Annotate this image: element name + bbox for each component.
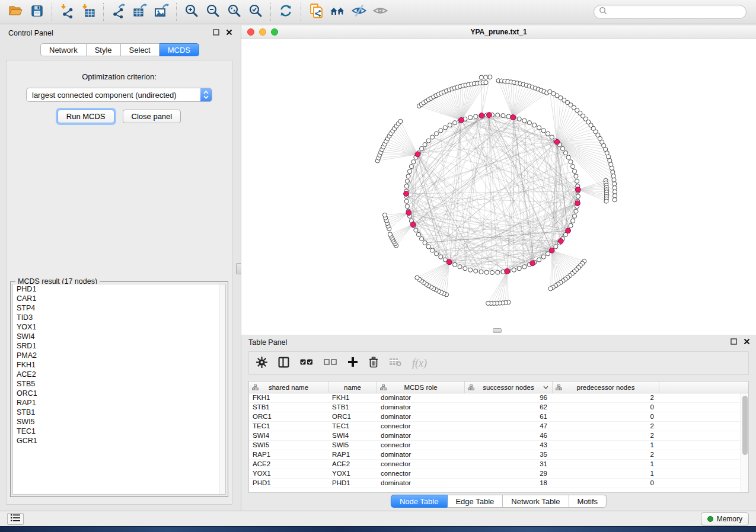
mcds-result-item[interactable]: SWI4 xyxy=(13,332,225,341)
mcds-result-item[interactable]: PMA2 xyxy=(13,351,225,360)
cell-shared-name[interactable]: SWI5 xyxy=(249,441,328,450)
zoom-selected-button[interactable] xyxy=(245,2,266,22)
float-panel-icon[interactable] xyxy=(213,29,219,37)
cell-shared-name[interactable]: RAP1 xyxy=(249,450,328,459)
table-row-SWI4[interactable]: SWI4SWI4dominator462 xyxy=(249,431,748,441)
cell-name[interactable]: ACE2 xyxy=(328,460,377,469)
search-box[interactable] xyxy=(594,5,747,19)
close-panel-icon[interactable] xyxy=(226,29,232,37)
show-all-button[interactable] xyxy=(369,2,391,22)
cell-mcds-role[interactable]: dominator xyxy=(377,431,465,440)
zoom-fit-button[interactable] xyxy=(224,2,245,22)
mcds-result-item[interactable]: SRD1 xyxy=(13,341,225,351)
cell-successor-nodes[interactable]: 29 xyxy=(465,469,553,478)
cell-successor-nodes[interactable]: 31 xyxy=(465,460,553,469)
cell-mcds-role[interactable]: connector xyxy=(377,422,465,431)
cell-mcds-role[interactable]: connector xyxy=(377,460,465,469)
tab-edge-table[interactable]: Edge Table xyxy=(447,495,503,508)
table-row-ORC1[interactable]: ORC1ORC1dominator610 xyxy=(249,412,748,422)
tab-select[interactable]: Select xyxy=(121,43,160,56)
network-canvas[interactable] xyxy=(241,39,755,334)
table-row-SWI5[interactable]: SWI5SWI5connector431 xyxy=(249,441,748,450)
open-file-button[interactable] xyxy=(5,2,26,22)
mcds-result-item[interactable]: FKH1 xyxy=(13,360,225,370)
cell-mcds-role[interactable]: connector xyxy=(377,441,465,450)
cell-predecessor-nodes[interactable]: 1 xyxy=(553,460,659,469)
save-session-button[interactable] xyxy=(26,2,47,22)
mcds-result-item[interactable]: STP4 xyxy=(13,303,225,313)
zoom-out-button[interactable] xyxy=(202,2,224,22)
cell-successor-nodes[interactable]: 18 xyxy=(465,479,553,488)
cell-predecessor-nodes[interactable]: 0 xyxy=(553,412,659,421)
cell-shared-name[interactable]: PHD1 xyxy=(249,479,328,488)
cell-name[interactable]: SWI5 xyxy=(328,441,377,450)
cell-shared-name[interactable]: STB1 xyxy=(249,403,328,412)
table-row-FKH1[interactable]: FKH1FKH1dominator962 xyxy=(249,393,748,403)
float-panel-icon[interactable] xyxy=(731,338,737,347)
column-header-name[interactable]: name xyxy=(328,382,377,393)
cell-successor-nodes[interactable]: 47 xyxy=(465,422,553,431)
select-all-icon[interactable] xyxy=(300,358,313,368)
table-scrollbar[interactable] xyxy=(741,393,748,492)
cell-name[interactable]: FKH1 xyxy=(328,393,377,402)
hide-selected-button[interactable] xyxy=(348,2,369,22)
cell-shared-name[interactable]: FKH1 xyxy=(249,393,328,402)
refresh-button[interactable] xyxy=(275,2,296,22)
cell-successor-nodes[interactable]: 96 xyxy=(465,393,553,402)
table-settings-icon[interactable] xyxy=(256,357,267,370)
mcds-result-item[interactable]: SWI5 xyxy=(13,417,225,427)
cell-successor-nodes[interactable]: 62 xyxy=(465,403,553,412)
tab-node-table[interactable]: Node Table xyxy=(391,495,448,508)
search-input[interactable] xyxy=(607,8,741,16)
export-network-button[interactable] xyxy=(108,2,129,22)
column-header-predecessor-nodes[interactable]: predecessor nodes xyxy=(553,382,659,393)
memory-button[interactable]: Memory xyxy=(701,512,749,525)
mcds-list-scrollbar[interactable] xyxy=(219,284,225,494)
mcds-result-item[interactable]: STB1 xyxy=(13,408,225,417)
table-row-YOX1[interactable]: YOX1YOX1connector291 xyxy=(249,469,748,479)
zoom-in-button[interactable] xyxy=(181,2,202,22)
mcds-result-item[interactable]: ORC1 xyxy=(13,389,225,398)
cell-predecessor-nodes[interactable]: 0 xyxy=(553,479,659,488)
cell-name[interactable]: STB1 xyxy=(328,403,377,412)
import-table-button[interactable] xyxy=(78,2,99,22)
table-row-ACE2[interactable]: ACE2ACE2connector311 xyxy=(249,460,748,469)
mcds-result-list[interactable]: PHD1CAR1STP4TID3YOX1SWI4SRD1PMA2FKH1ACE2… xyxy=(12,284,226,495)
tab-mcds[interactable]: MCDS xyxy=(160,43,199,56)
tab-network[interactable]: Network xyxy=(40,43,87,56)
task-history-button[interactable] xyxy=(7,513,24,525)
cell-name[interactable]: SWI4 xyxy=(328,431,377,440)
cell-name[interactable]: YOX1 xyxy=(328,469,377,478)
import-network-button[interactable] xyxy=(56,2,78,22)
cell-shared-name[interactable]: YOX1 xyxy=(249,469,328,478)
tab-network-table[interactable]: Network Table xyxy=(503,495,569,508)
duplicate-network-button[interactable] xyxy=(305,2,327,22)
column-header-mcds-role[interactable]: MCDS role xyxy=(377,382,465,393)
cell-shared-name[interactable]: ORC1 xyxy=(249,412,328,421)
cell-successor-nodes[interactable]: 61 xyxy=(465,412,553,421)
first-neighbors-button[interactable] xyxy=(327,2,348,22)
delete-columns-icon[interactable] xyxy=(369,357,378,370)
tab-style[interactable]: Style xyxy=(87,43,121,56)
cell-predecessor-nodes[interactable]: 2 xyxy=(553,422,659,431)
table-row-STB1[interactable]: STB1STB1dominator620 xyxy=(249,403,748,412)
mcds-result-item[interactable]: GCR1 xyxy=(13,436,225,446)
cell-successor-nodes[interactable]: 46 xyxy=(465,431,553,440)
mcds-result-item[interactable]: RAP1 xyxy=(13,398,225,408)
cell-successor-nodes[interactable]: 43 xyxy=(465,441,553,450)
cell-mcds-role[interactable]: dominator xyxy=(377,403,465,412)
export-table-button[interactable] xyxy=(129,2,151,22)
cell-predecessor-nodes[interactable]: 1 xyxy=(553,441,659,450)
mcds-result-item[interactable]: STB5 xyxy=(13,379,225,389)
cell-predecessor-nodes[interactable]: 0 xyxy=(553,403,659,412)
show-columns-icon[interactable] xyxy=(278,357,289,370)
close-panel-button[interactable]: Close panel xyxy=(123,110,181,123)
criterion-dropdown[interactable]: largest connected component (undirected) xyxy=(26,88,212,102)
run-mcds-button[interactable]: Run MCDS xyxy=(58,110,114,123)
function-builder-icon[interactable]: f(x) xyxy=(412,357,427,370)
column-header-successor-nodes[interactable]: successor nodes xyxy=(465,382,553,393)
cell-predecessor-nodes[interactable]: 2 xyxy=(553,393,659,402)
cell-successor-nodes[interactable]: 35 xyxy=(465,450,553,459)
cell-name[interactable]: TEC1 xyxy=(328,422,377,431)
cell-name[interactable]: RAP1 xyxy=(328,450,377,459)
